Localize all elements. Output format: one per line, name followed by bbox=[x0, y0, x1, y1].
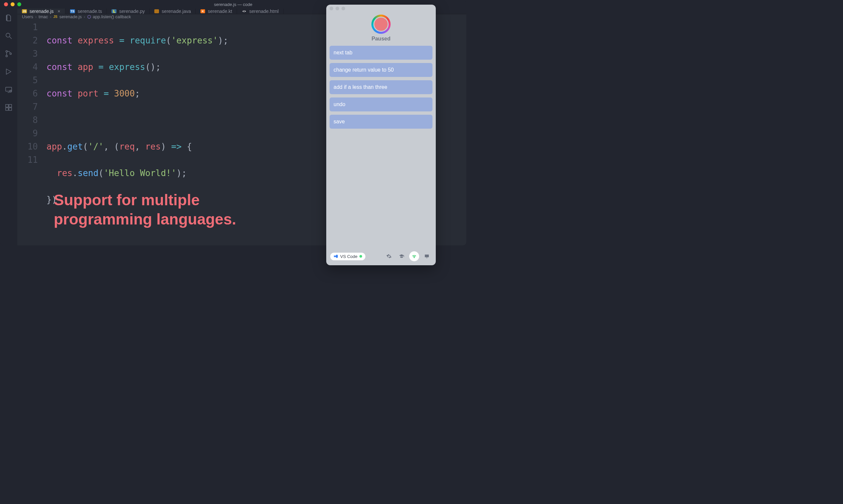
breadcrumb-segment: app.listen() callback bbox=[93, 14, 131, 19]
tab-serenade-py[interactable]: 🐍 serenade.py bbox=[107, 8, 150, 14]
svg-rect-9 bbox=[9, 108, 12, 110]
tab-label: serenade.kt bbox=[208, 8, 232, 14]
breadcrumb-segment: serenade.js bbox=[59, 14, 82, 19]
window-minimize-button[interactable] bbox=[336, 7, 339, 10]
command-suggestion[interactable]: next tab bbox=[330, 46, 432, 60]
wifi-icon bbox=[412, 254, 417, 259]
graduation-cap-icon bbox=[399, 254, 404, 259]
java-file-icon bbox=[154, 9, 159, 13]
serenade-panel: Paused next tab change return value to 5… bbox=[326, 5, 436, 265]
activity-bar bbox=[0, 8, 17, 245]
marketing-headline: Support for multiple programming languag… bbox=[54, 190, 236, 229]
breadcrumb-segment: tmac bbox=[38, 14, 48, 19]
python-file-icon: 🐍 bbox=[111, 9, 117, 13]
kotlin-file-icon: K bbox=[201, 9, 205, 13]
connected-app-label: VS Code bbox=[340, 254, 358, 259]
tab-serenade-html[interactable]: <> serenade.html bbox=[237, 8, 283, 14]
tab-serenade-java[interactable]: serenade.java bbox=[150, 8, 196, 14]
tab-label: serenade.html bbox=[249, 8, 279, 14]
connected-app-chip[interactable]: VS Code bbox=[330, 253, 365, 260]
status-indicator-icon bbox=[359, 255, 362, 258]
explorer-icon[interactable] bbox=[4, 13, 13, 22]
tutorial-button[interactable] bbox=[397, 251, 407, 261]
vscode-icon bbox=[333, 254, 338, 259]
display-button[interactable] bbox=[422, 251, 432, 261]
settings-button[interactable] bbox=[384, 251, 394, 261]
svg-point-1 bbox=[6, 51, 7, 52]
chevron-right-icon: › bbox=[50, 14, 51, 19]
svg-point-3 bbox=[10, 53, 12, 55]
svg-rect-8 bbox=[6, 108, 8, 110]
command-suggestion[interactable]: undo bbox=[330, 97, 432, 111]
window-controls bbox=[4, 2, 21, 6]
line-number-gutter: 1234567891011 bbox=[17, 19, 47, 245]
extensions-icon[interactable] bbox=[4, 103, 13, 112]
html-file-icon: <> bbox=[242, 9, 246, 13]
window-zoom-button[interactable] bbox=[342, 7, 345, 10]
breadcrumb-segment: Users bbox=[22, 14, 33, 19]
js-file-icon: JS bbox=[53, 15, 57, 19]
chevron-right-icon: › bbox=[84, 14, 85, 19]
svg-rect-7 bbox=[9, 105, 12, 107]
svg-rect-4 bbox=[6, 87, 12, 91]
close-icon[interactable]: × bbox=[57, 8, 60, 14]
gear-icon bbox=[386, 254, 392, 259]
symbol-method-icon: ⬡ bbox=[87, 14, 91, 19]
source-control-icon[interactable] bbox=[4, 49, 13, 58]
tab-serenade-ts[interactable]: TS serenade.ts bbox=[65, 8, 107, 14]
remote-icon[interactable] bbox=[4, 85, 13, 94]
serenade-titlebar bbox=[326, 5, 436, 12]
window-close-button[interactable] bbox=[330, 7, 333, 10]
search-icon[interactable] bbox=[4, 31, 13, 40]
connection-button[interactable] bbox=[409, 251, 419, 261]
tab-label: serenade.js bbox=[30, 8, 53, 14]
tab-label: serenade.ts bbox=[78, 8, 102, 14]
microphone-icon bbox=[373, 17, 389, 32]
window-title: serenade.js — code bbox=[214, 2, 253, 7]
tab-serenade-js[interactable]: JS serenade.js × bbox=[17, 8, 65, 14]
js-file-icon: JS bbox=[22, 9, 27, 13]
run-debug-icon[interactable] bbox=[4, 67, 13, 76]
svg-point-2 bbox=[6, 55, 7, 57]
monitor-icon bbox=[424, 254, 429, 259]
microphone-toggle-button[interactable] bbox=[372, 15, 391, 34]
window-close-button[interactable] bbox=[4, 2, 8, 6]
tab-serenade-kt[interactable]: K serenade.kt bbox=[196, 8, 237, 14]
serenade-footer: VS Code bbox=[326, 248, 436, 265]
window-zoom-button[interactable] bbox=[17, 2, 21, 6]
chevron-right-icon: › bbox=[35, 14, 36, 19]
listening-status: Paused bbox=[372, 36, 391, 42]
svg-rect-6 bbox=[6, 105, 8, 107]
command-suggestion[interactable]: save bbox=[330, 115, 432, 129]
tab-label: serenade.py bbox=[119, 8, 145, 14]
window-minimize-button[interactable] bbox=[11, 2, 15, 6]
command-suggestion[interactable]: change return value to 50 bbox=[330, 63, 432, 77]
ts-file-icon: TS bbox=[70, 9, 75, 13]
command-suggestion[interactable]: add if a less than three bbox=[330, 80, 432, 94]
svg-point-0 bbox=[6, 33, 10, 37]
command-suggestions: next tab change return value to 50 add i… bbox=[326, 46, 436, 129]
tab-label: serenade.java bbox=[161, 8, 191, 14]
